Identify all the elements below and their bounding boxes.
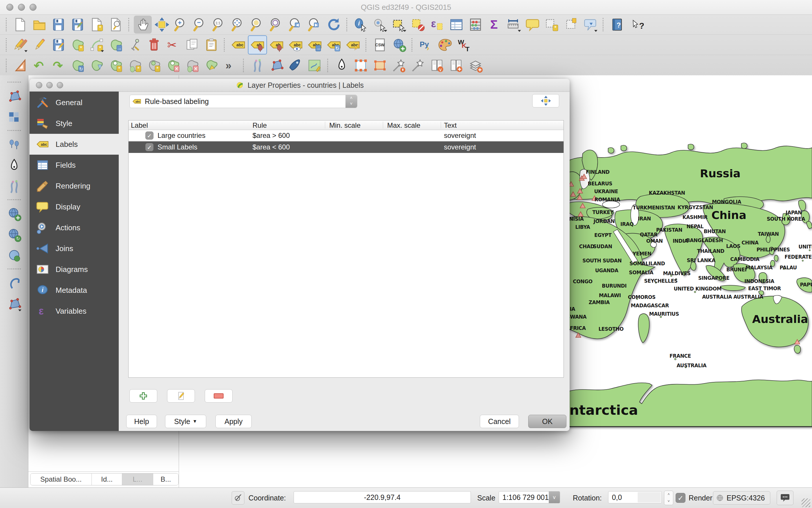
panel-tab-3[interactable]: L... [122, 473, 153, 485]
scale-dropdown-icon[interactable]: v [549, 492, 560, 503]
text-annotation-button[interactable] [581, 16, 599, 34]
simplify-feature-button[interactable] [88, 56, 106, 75]
copy-features-button[interactable] [183, 36, 201, 54]
pan-map-button[interactable] [134, 16, 152, 34]
node-tool-button[interactable] [126, 36, 144, 54]
auto-placement-settings-button[interactable] [532, 94, 559, 108]
plugin-routes-button[interactable] [249, 56, 266, 75]
sidebar-item-style[interactable]: Style [30, 113, 119, 134]
dialog-close-button[interactable] [36, 82, 42, 88]
apply-button[interactable]: Apply [215, 415, 252, 428]
delete-selected-button[interactable] [145, 36, 163, 54]
zoom-next-button[interactable]: ▶ [306, 16, 324, 34]
web-globe-add-button[interactable] [5, 205, 23, 223]
plugin-wand-button[interactable] [409, 56, 427, 75]
plugin-frame-button[interactable] [371, 56, 389, 75]
plugin-style-wand-button[interactable] [390, 56, 408, 75]
rule-checkbox[interactable]: ✓ [145, 143, 154, 151]
sidebar-item-fields[interactable]: Fields [30, 155, 119, 175]
sidebar-item-diagrams[interactable]: Diagrams [30, 259, 119, 280]
edit-rule-button[interactable] [167, 389, 195, 403]
add-ring-button[interactable]: * [107, 56, 125, 75]
show-sum-button[interactable]: Σ [486, 16, 504, 34]
coordinate-input[interactable] [294, 491, 471, 503]
rule-row-1[interactable]: ✓Large countries$area > 600sovereignt [129, 130, 563, 141]
fill-ring-button[interactable]: * [145, 56, 163, 75]
paste-features-button[interactable] [203, 36, 220, 54]
help-contents-button[interactable]: ? [608, 16, 626, 34]
new-project-button[interactable] [11, 16, 29, 34]
remove-rule-button[interactable] [205, 389, 232, 403]
zoom-actual-size-button[interactable]: 1:1 [210, 16, 228, 34]
sidebar-item-metadata[interactable]: iMetadata [30, 280, 119, 301]
wkt-tools-button[interactable]: WKT [455, 36, 473, 54]
vertex-tool-button[interactable] [5, 87, 23, 105]
layer-labeling-options-button[interactable]: abc [229, 36, 247, 54]
scale-combobox[interactable]: 1:106 729 001 v [499, 491, 560, 503]
composer-manager-button[interactable] [107, 16, 125, 34]
rotate-label-button[interactable]: abc↻ [325, 36, 343, 54]
window-close-button[interactable] [6, 4, 13, 11]
pan-to-selection-button[interactable] [153, 16, 171, 34]
plugin-travel-button[interactable] [287, 56, 305, 75]
zoom-out-button[interactable]: − [191, 16, 209, 34]
add-circular-string-button[interactable]: * [88, 36, 106, 54]
select-by-expression-button[interactable]: ε [428, 16, 446, 34]
measure-button[interactable] [505, 16, 523, 34]
save-project-button[interactable] [49, 16, 68, 34]
show-hide-labels-button[interactable]: ab [249, 36, 266, 54]
plugin-pen-nib-button[interactable] [333, 56, 351, 75]
customization-button[interactable] [436, 36, 454, 54]
sidebar-item-joins[interactable]: Joins [30, 238, 119, 259]
raster-tool-button[interactable] [5, 108, 23, 126]
refresh-map-button[interactable] [325, 16, 343, 34]
sidebar-item-general[interactable]: General [30, 92, 119, 113]
crs-status-button[interactable]: EPSG:4326 [713, 491, 770, 505]
help-button[interactable]: Help [126, 415, 157, 428]
reshape-features-button[interactable] [203, 56, 220, 75]
cancel-button[interactable]: Cancel [480, 415, 519, 428]
sidebar-item-actions[interactable]: Actions [30, 217, 119, 238]
panel-tab-4[interactable]: B... [153, 473, 178, 485]
show-statistics-button[interactable] [467, 16, 484, 34]
sidebar-item-labels[interactable]: abcLabels [30, 134, 119, 155]
save-project-as-button[interactable] [69, 16, 87, 34]
rule-row-2[interactable]: ✓Small Labels$area < 600sovereignt [129, 141, 563, 153]
sidebar-item-rendering[interactable]: Rendering [30, 175, 119, 196]
python-console-button[interactable]: Py› [417, 36, 435, 54]
style-menu-button[interactable]: Style▼ [165, 415, 206, 428]
messages-button[interactable] [777, 491, 794, 505]
current-edits-button[interactable] [11, 36, 29, 54]
zoom-to-layer-button[interactable] [267, 16, 286, 34]
change-label-button[interactable]: abc [344, 36, 362, 54]
cad-tools-button[interactable] [11, 56, 29, 75]
move-label-button[interactable]: abc→ [306, 36, 324, 54]
pin-tool-button[interactable] [5, 136, 23, 154]
plugin-atlas-export-button[interactable]: ∨ [428, 56, 446, 75]
metasearch-add-button[interactable] [390, 36, 408, 54]
rotation-stepper[interactable]: ˄˅ [664, 491, 673, 505]
rotation-input[interactable]: 0,0 [608, 491, 662, 503]
delete-part-button[interactable]: × [183, 56, 201, 75]
rule-checkbox[interactable]: ✓ [145, 131, 154, 139]
add-part-button[interactable]: * [126, 56, 144, 75]
zoom-full-extent-button[interactable] [229, 16, 247, 34]
map-view[interactable]: RussiaChinaAustraliaAntarcticaFINLANDBEL… [567, 75, 812, 488]
show-bookmarks-button[interactable] [562, 16, 580, 34]
open-attribute-table-button[interactable] [447, 16, 465, 34]
render-checkbox[interactable]: ✓ [676, 493, 685, 503]
sidebar-item-display[interactable]: Display [30, 196, 119, 217]
zoom-last-button[interactable]: ◀ [287, 16, 305, 34]
redo-button[interactable]: ↷ [49, 56, 68, 75]
deselect-features-button[interactable] [409, 16, 427, 34]
run-feature-action-button[interactable] [371, 16, 389, 34]
zoom-in-button[interactable]: + [172, 16, 190, 34]
web-globe-sync-button[interactable]: ↻ [5, 226, 23, 244]
new-print-composer-button[interactable]: * [88, 16, 106, 34]
csw-search-button[interactable]: CSW [371, 36, 389, 54]
sidebar-item-variables[interactable]: εVariables [30, 301, 119, 322]
plugin-vertex-editor-button[interactable] [267, 56, 286, 75]
plugin-select-box-button[interactable] [352, 56, 370, 75]
move-feature-button[interactable]: → [107, 36, 125, 54]
panel-tab-1[interactable]: Spatial Boo... [31, 473, 92, 485]
